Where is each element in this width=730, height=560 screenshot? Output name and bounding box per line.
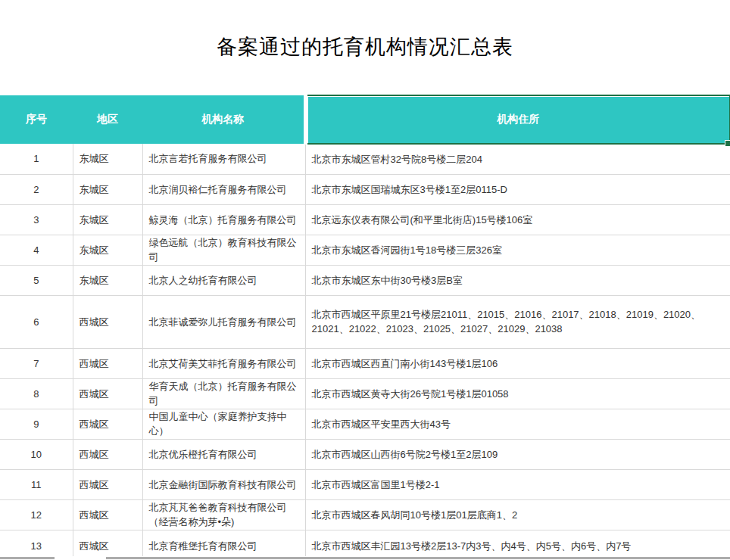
table-row: 2东城区北京润贝裕仁托育服务有限公司北京市东城区国瑞城东区3号楼1至2层0115… [0, 174, 730, 204]
spreadsheet-page: 备案通过的托育机构情况汇总表 序号地区机构名称机构住所 1东城区北京言若托育服务… [0, 0, 730, 560]
cell-name[interactable]: 绿色远航（北京）教育科技有限公司 [142, 235, 305, 265]
cell-no[interactable]: 3 [0, 204, 73, 235]
cell-name[interactable]: 鲸灵海（北京）托育服务有限公司 [142, 204, 305, 235]
cell-address[interactable]: 北京市东城区东中街30号楼3层B室 [305, 265, 730, 295]
table-row: 11西城区北京金融街国际教育科技有限公司北京市西城区富国里1号楼2-1 [0, 469, 730, 499]
cell-address[interactable]: 北京市西城区富国里1号楼2-1 [305, 469, 730, 499]
cell-name[interactable]: 北京菲诚爱弥儿托育服务有限公司 [142, 295, 305, 348]
summary-table: 序号地区机构名称机构住所 1东城区北京言若托育服务有限公司北京市东城区管村32号… [0, 95, 730, 560]
page-break-strip [0, 556, 730, 560]
column-header-no[interactable]: 序号 [0, 95, 73, 144]
page-break-line-right [106, 557, 730, 559]
table-row: 4东城区绿色远航（北京）教育科技有限公司北京市东城区香河园街1号18号楼三层32… [0, 235, 730, 265]
cell-address[interactable]: 北京市西城区黄寺大街26号院1号楼1层01058 [305, 378, 730, 409]
page-break-line-left [0, 557, 55, 559]
cell-name[interactable]: 北京金融街国际教育科技有限公司 [142, 469, 305, 499]
cell-address[interactable]: 北京市东城区香河园街1号18号楼三层326室 [305, 235, 730, 265]
table-row: 10西城区北京优乐橙托育有限公司北京市西城区山西街6号院2号楼1至2层109 [0, 439, 730, 469]
cell-district[interactable]: 东城区 [73, 265, 142, 295]
cell-district[interactable]: 西城区 [73, 348, 142, 378]
cell-address[interactable]: 北京市西城区平原里21号楼层21011、21015、21016、21017、21… [305, 295, 730, 348]
cell-name[interactable]: 北京言若托育服务有限公司 [142, 144, 305, 174]
table-row: 8西城区华育天成（北京）托育服务有限公司北京市西城区黄寺大街26号院1号楼1层0… [0, 378, 730, 409]
cell-name[interactable]: 北京润贝裕仁托育服务有限公司 [142, 174, 305, 204]
table-row: 7西城区北京艾荷美艾菲托育服务有限公司北京市西城区西直门南小街143号楼1层10… [0, 348, 730, 378]
cell-address[interactable]: 北京远东仪表有限公司(和平里北街店)15号楼106室 [305, 204, 730, 235]
cell-address[interactable]: 北京市西城区平安里西大街43号 [305, 409, 730, 439]
cell-district[interactable]: 东城区 [73, 235, 142, 265]
table-row: 12西城区北京芃芃爸爸教育科技有限公司（经营名称为芽•朵)北京市西城区春风胡同1… [0, 499, 730, 530]
cell-district[interactable]: 西城区 [73, 295, 142, 348]
cell-name[interactable]: 华育天成（北京）托育服务有限公司 [142, 378, 305, 409]
cell-address[interactable]: 北京市西城区丰汇园13号楼2层13-7内3号、内4号、内5号、内6号、内7号 [305, 530, 730, 560]
cell-name[interactable]: 北京育稚堡托育有限公司 [142, 530, 305, 560]
cell-no[interactable]: 7 [0, 348, 73, 378]
table-row: 6西城区北京菲诚爱弥儿托育服务有限公司北京市西城区平原里21号楼层21011、2… [0, 295, 730, 348]
cell-name[interactable]: 北京优乐橙托育有限公司 [142, 439, 305, 469]
cell-name[interactable]: 中国儿童中心（家庭养护支持中心） [142, 409, 305, 439]
cell-no[interactable]: 4 [0, 235, 73, 265]
cell-no[interactable]: 9 [0, 409, 73, 439]
selection-fill-handle-icon[interactable] [725, 140, 730, 146]
cell-address[interactable]: 北京市西城区西直门南小街143号楼1层106 [305, 348, 730, 378]
cell-address[interactable]: 北京市西城区春风胡同10号楼1层01层底商1、2 [305, 499, 730, 530]
column-header-address[interactable]: 机构住所 [305, 95, 730, 144]
cell-no[interactable]: 12 [0, 499, 73, 530]
page-title[interactable]: 备案通过的托育机构情况汇总表 [0, 0, 730, 59]
cell-name[interactable]: 北京艾荷美艾菲托育服务有限公司 [142, 348, 305, 378]
cell-name[interactable]: 北京芃芃爸爸教育科技有限公司（经营名称为芽•朵) [142, 499, 305, 530]
cell-no[interactable]: 11 [0, 469, 73, 499]
cell-no[interactable]: 1 [0, 144, 73, 174]
cell-no[interactable]: 2 [0, 174, 73, 204]
cell-district[interactable]: 东城区 [73, 144, 142, 174]
cell-district[interactable]: 西城区 [73, 499, 142, 530]
cell-no[interactable]: 13 [0, 530, 73, 560]
cell-address[interactable]: 北京市东城区管村32号院8号楼二层204 [305, 144, 730, 174]
cell-district[interactable]: 东城区 [73, 204, 142, 235]
cell-no[interactable]: 5 [0, 265, 73, 295]
cell-district[interactable]: 西城区 [73, 378, 142, 409]
cell-district[interactable]: 西城区 [73, 439, 142, 469]
cell-address[interactable]: 北京市东城区国瑞城东区3号楼1至2层0115-D [305, 174, 730, 204]
cell-district[interactable]: 西城区 [73, 530, 142, 560]
cell-no[interactable]: 8 [0, 378, 73, 409]
table-row: 5东城区北京人之幼托育有限公司北京市东城区东中街30号楼3层B室 [0, 265, 730, 295]
header-row: 序号地区机构名称机构住所 [0, 95, 730, 144]
cell-name[interactable]: 北京人之幼托育有限公司 [142, 265, 305, 295]
table-row: 1东城区北京言若托育服务有限公司北京市东城区管村32号院8号楼二层204 [0, 144, 730, 174]
table-row: 13西城区北京育稚堡托育有限公司北京市西城区丰汇园13号楼2层13-7内3号、内… [0, 530, 730, 560]
table-row: 9西城区中国儿童中心（家庭养护支持中心）北京市西城区平安里西大街43号 [0, 409, 730, 439]
table-row: 3东城区鲸灵海（北京）托育服务有限公司北京远东仪表有限公司(和平里北街店)15号… [0, 204, 730, 235]
column-header-name[interactable]: 机构名称 [142, 95, 305, 144]
column-header-district[interactable]: 地区 [73, 95, 142, 144]
cell-district[interactable]: 西城区 [73, 409, 142, 439]
cell-district[interactable]: 西城区 [73, 469, 142, 499]
cell-address[interactable]: 北京市西城区山西街6号院2号楼1至2层109 [305, 439, 730, 469]
cell-no[interactable]: 6 [0, 295, 73, 348]
cell-no[interactable]: 10 [0, 439, 73, 469]
cell-district[interactable]: 东城区 [73, 174, 142, 204]
